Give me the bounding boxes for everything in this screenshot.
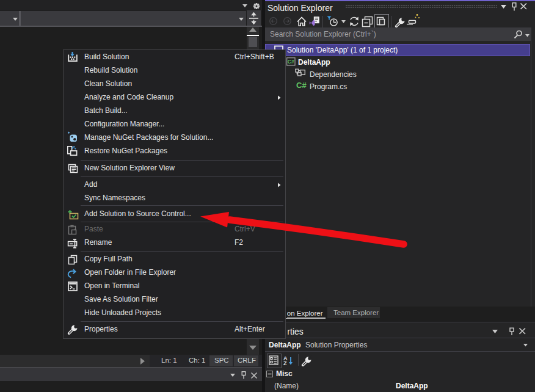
svg-text:Z: Z — [283, 360, 287, 366]
svg-text:C#: C# — [288, 59, 294, 65]
svg-text:C#: C# — [296, 81, 307, 90]
